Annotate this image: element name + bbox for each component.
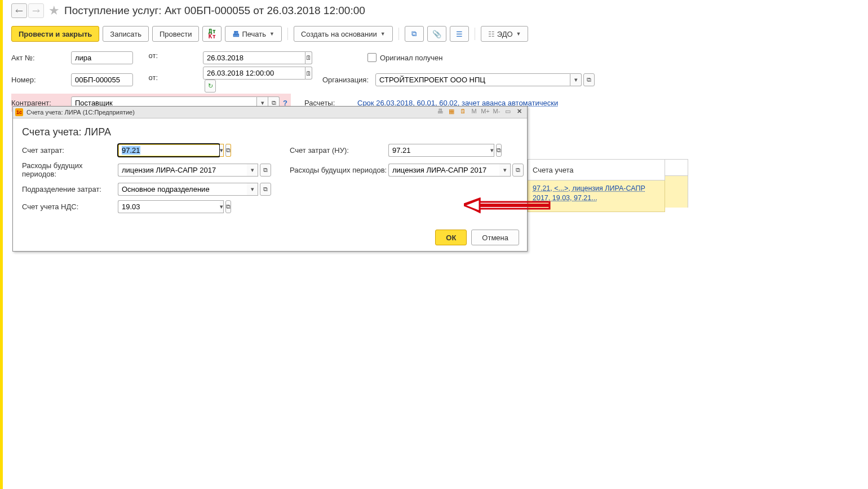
forward-button[interactable]: 🡒 (28, 3, 44, 18)
dept-field: ▾ ⧉ (118, 183, 271, 196)
page-title: Поступление услуг: Акт 00БП-000055 от 26… (64, 5, 365, 17)
dropdown-icon[interactable]: ▾ (220, 200, 224, 213)
1c-icon: 1c (15, 108, 23, 116)
dropdown-icon[interactable]: ▾ (490, 144, 494, 157)
act-no-input[interactable] (71, 51, 133, 64)
number-input[interactable] (71, 73, 133, 86)
rbp-nu-label: Расходы будущих периодов: (290, 166, 388, 174)
caret-down-icon: ▼ (269, 31, 274, 37)
refresh-icon[interactable]: ↻ (205, 80, 216, 92)
rbp-nu-field: ▾ ⧉ (388, 164, 524, 177)
dropdown-icon[interactable]: ▾ (220, 144, 224, 157)
mminus-button[interactable]: M- (491, 108, 502, 117)
open-icon[interactable]: ⧉ (225, 200, 231, 213)
save-button[interactable]: Записать (103, 26, 149, 42)
edo-icon: ☷ (488, 30, 495, 38)
accounts-column-extra (665, 159, 688, 208)
dropdown-icon[interactable]: ▾ (247, 183, 258, 196)
vat-label: Счет учета НДС: (22, 202, 118, 211)
toolbar: Провести и закрыть Записать Провести ДтК… (3, 21, 868, 46)
favorite-star-icon[interactable]: ★ (48, 3, 60, 18)
act-date-input[interactable] (203, 51, 305, 64)
from-label-2: от: (144, 73, 161, 86)
edo-label: ЭДО (497, 30, 513, 38)
dialog-window-title: Счета учета: ЛИРА (1С:Предприятие) (26, 109, 135, 116)
rbp-nu-input[interactable] (388, 164, 499, 177)
open-icon[interactable]: ⧉ (512, 164, 524, 177)
cost-acc-label: Счет затрат: (22, 146, 118, 155)
dt-kt-button[interactable]: ДтКт (202, 26, 222, 42)
post-and-close-button[interactable]: Провести и закрыть (11, 26, 99, 42)
separator (475, 28, 475, 40)
caret-down-icon: ▼ (516, 31, 521, 37)
dept-input[interactable] (118, 183, 247, 196)
attach-button[interactable]: 📎 (427, 26, 446, 42)
print-icon[interactable]: 🖶 (435, 108, 446, 117)
restore-icon[interactable]: ▭ (502, 108, 513, 117)
close-icon[interactable]: ✕ (513, 108, 525, 117)
printer-icon: 🖶 (232, 30, 240, 38)
rbp-input[interactable] (118, 164, 247, 177)
calc-icon[interactable]: ▦ (446, 108, 457, 117)
org-label: Организация: (322, 76, 375, 84)
create-based-button[interactable]: Создать на основании▼ (294, 26, 393, 42)
calendar-icon[interactable]: 🗓 (457, 108, 468, 117)
separator (398, 28, 399, 40)
rbp-field: ▾ ⧉ (118, 164, 271, 177)
accounts-dialog: 1c Счета учета: ЛИРА (1С:Предприятие) 🖶 … (12, 106, 528, 252)
vat-field: ▾ ⧉ (118, 200, 191, 213)
cost-acc-nu-field: ▾ ⧉ (388, 144, 460, 157)
post-button[interactable]: Провести (152, 26, 200, 42)
open-icon[interactable]: ⧉ (583, 73, 595, 86)
related-button[interactable]: ⧉ (405, 26, 424, 42)
act-no-label: Акт №: (11, 54, 71, 62)
caret-down-icon: ▼ (380, 31, 386, 37)
original-received-label: Оригинал получен (380, 54, 442, 62)
accounts-link[interactable]: 97.21, <...>, лицензия ЛИРА-САПР 2017, 1… (533, 184, 645, 202)
page-header: 🡐 🡒 ★ Поступление услуг: Акт 00БП-000055… (3, 0, 868, 21)
mplus-button[interactable]: M+ (480, 108, 491, 117)
edo-button[interactable]: ☷ЭДО▼ (481, 26, 529, 42)
vat-input[interactable] (118, 200, 220, 213)
dropdown-icon[interactable]: ▾ (570, 73, 582, 86)
accounts-column-header: Счета учета (528, 159, 665, 180)
open-icon[interactable]: ⧉ (496, 144, 502, 157)
open-icon[interactable]: ⧉ (260, 164, 271, 177)
cost-acc-field: ▾ ⧉ (118, 144, 191, 157)
original-received-checkbox[interactable] (367, 53, 377, 62)
cost-acc-nu-input[interactable] (388, 144, 490, 157)
org-input[interactable] (375, 73, 570, 86)
accounts-column: Счета учета 97.21, <...>, лицензия ЛИРА-… (528, 159, 665, 212)
dialog-title: Счета учета: ЛИРА (22, 126, 518, 138)
cost-acc-input[interactable] (118, 144, 220, 157)
back-button[interactable]: 🡐 (11, 3, 27, 18)
dept-label: Подразделение затрат: (22, 185, 118, 193)
separator (287, 28, 288, 40)
accounts-cell[interactable]: 97.21, <...>, лицензия ЛИРА-САПР 2017, 1… (528, 180, 665, 212)
rbp-label: Расходы будущих периодов: (22, 161, 118, 178)
open-icon[interactable]: ⧉ (225, 144, 231, 157)
number-label: Номер: (11, 76, 71, 84)
cancel-button[interactable]: Отмена (471, 230, 519, 245)
m-button[interactable]: M (468, 108, 480, 117)
dropdown-icon[interactable]: ▾ (499, 164, 511, 177)
print-label: Печать (242, 30, 266, 38)
number-date-input[interactable] (203, 67, 305, 80)
print-button[interactable]: 🖶Печать▼ (225, 26, 282, 42)
ok-button[interactable]: ОК (435, 230, 467, 245)
cost-acc-nu-label: Счет затрат (НУ): (290, 146, 388, 155)
open-icon[interactable]: ⧉ (260, 183, 271, 196)
dropdown-icon[interactable]: ▾ (247, 164, 258, 177)
dialog-titlebar[interactable]: 1c Счета учета: ЛИРА (1С:Предприятие) 🖶 … (13, 107, 527, 118)
form: Акт №: от: 🗓 Оригинал получен Номер: (3, 46, 868, 114)
create-based-label: Создать на основании (301, 30, 377, 38)
from-label: от: (144, 51, 161, 64)
list-button[interactable]: ☰ (450, 26, 469, 42)
